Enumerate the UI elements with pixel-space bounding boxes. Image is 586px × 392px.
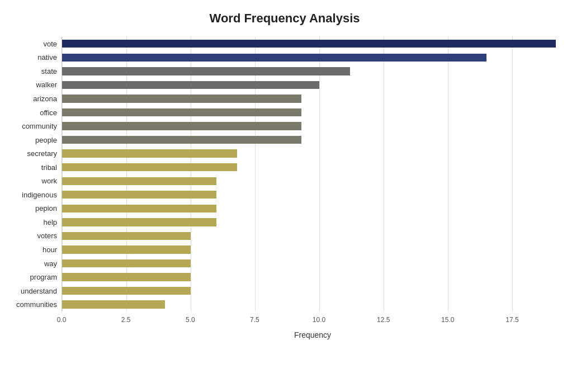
y-label: program <box>6 273 57 281</box>
x-axis-title: Frequency <box>294 330 331 339</box>
bar-row <box>62 64 564 78</box>
y-label: tribal <box>6 164 57 171</box>
bar <box>62 81 319 89</box>
y-label: arizona <box>6 95 57 102</box>
y-label: hour <box>6 246 57 253</box>
x-tick-label: 5.0 <box>186 316 195 324</box>
y-label: people <box>6 136 57 144</box>
bar-row <box>62 257 564 271</box>
bar-row <box>62 243 564 257</box>
bar <box>62 177 216 185</box>
y-label: secretary <box>6 150 57 157</box>
bar <box>62 136 301 144</box>
bar-row <box>62 297 564 311</box>
y-label: help <box>6 219 57 226</box>
bar-row <box>62 133 564 147</box>
bar-row <box>62 147 564 160</box>
bar <box>62 122 301 130</box>
bar <box>62 245 191 253</box>
bar-row <box>62 229 564 243</box>
chart-title: Word Frequency Analysis <box>6 11 564 26</box>
y-label: walker <box>6 81 57 88</box>
bar-row <box>62 188 564 202</box>
bars-and-grid <box>62 37 564 311</box>
y-label: understand <box>6 287 57 295</box>
x-tick-label: 15.0 <box>441 316 454 324</box>
bar <box>62 273 191 281</box>
bar-row <box>62 215 564 229</box>
bar-row <box>62 160 564 174</box>
bar-row <box>62 119 564 133</box>
x-tick-label: 7.5 <box>250 316 259 324</box>
chart-area: votenativestatewalkerarizonaofficecommun… <box>6 37 564 339</box>
x-axis-section: 0.02.55.07.510.012.515.017.5 <box>6 314 564 330</box>
bar <box>62 300 165 308</box>
bar <box>62 191 216 199</box>
y-label: community <box>6 122 57 130</box>
y-label: voters <box>6 232 57 239</box>
bar <box>62 149 237 157</box>
y-label: native <box>6 54 57 61</box>
bar-row <box>62 174 564 188</box>
bar <box>62 259 191 267</box>
bar <box>62 40 556 48</box>
bar-rows <box>62 37 564 311</box>
y-label: state <box>6 68 57 75</box>
bar <box>62 67 350 75</box>
x-tick-label: 10.0 <box>313 316 325 324</box>
bar <box>62 218 216 226</box>
bar-row <box>62 284 564 298</box>
y-label: pepion <box>6 205 57 212</box>
bar <box>62 108 301 116</box>
bar-row <box>62 37 564 51</box>
bar-row <box>62 51 564 65</box>
x-tick-label: 0.0 <box>57 316 67 324</box>
y-labels: votenativestatewalkerarizonaofficecommun… <box>6 37 62 311</box>
bar-row <box>62 78 564 92</box>
x-axis-spacer <box>6 314 62 330</box>
bar-row <box>62 106 564 120</box>
y-label: work <box>6 177 57 185</box>
bar <box>62 287 191 295</box>
x-axis-title-wrapper: Frequency <box>6 330 564 339</box>
x-tick-label: 12.5 <box>377 316 390 324</box>
y-label: way <box>6 260 57 267</box>
bar <box>62 54 486 62</box>
bar <box>62 163 237 171</box>
bar <box>62 205 216 212</box>
x-tick-label: 17.5 <box>505 316 518 324</box>
bars-section: votenativestatewalkerarizonaofficecommun… <box>6 37 564 311</box>
y-label: indigenous <box>6 191 57 199</box>
bar-row <box>62 92 564 106</box>
chart-container: Word Frequency Analysis votenativestatew… <box>0 0 586 392</box>
bar-row <box>62 270 564 284</box>
x-tick-label: 2.5 <box>121 316 131 324</box>
bar <box>62 232 191 240</box>
y-label: office <box>6 109 57 116</box>
y-label: communities <box>6 301 57 308</box>
bar <box>62 95 301 102</box>
x-axis-labels: 0.02.55.07.510.012.515.017.5 <box>62 314 564 330</box>
bar-row <box>62 202 564 216</box>
y-label: vote <box>6 40 57 48</box>
